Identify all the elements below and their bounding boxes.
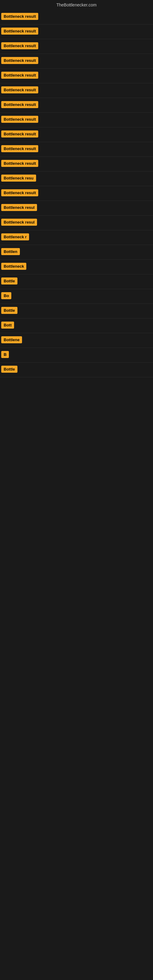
result-row-1: Bottleneck result xyxy=(0,10,153,24)
result-row-18: Bottleneck xyxy=(0,260,153,274)
bottleneck-badge-17[interactable]: Bottlen xyxy=(1,248,20,255)
result-row-3: Bottleneck result xyxy=(0,39,153,54)
result-row-23: Bottlene xyxy=(0,333,153,348)
bottleneck-badge-20[interactable]: Bo xyxy=(1,292,11,299)
result-row-17: Bottlen xyxy=(0,245,153,260)
result-row-8: Bottleneck result xyxy=(0,113,153,127)
bottleneck-badge-22[interactable]: Bott xyxy=(1,321,14,329)
bottleneck-badge-25[interactable]: Bottle xyxy=(1,366,18,373)
result-row-19: Bottle xyxy=(0,274,153,289)
result-row-13: Bottleneck result xyxy=(0,186,153,201)
bottleneck-badge-7[interactable]: Bottleneck result xyxy=(1,101,38,108)
bottleneck-badge-18[interactable]: Bottleneck xyxy=(1,263,26,270)
results-list: Bottleneck resultBottleneck resultBottle… xyxy=(0,10,153,377)
bottleneck-badge-16[interactable]: Bottleneck r xyxy=(1,233,29,240)
result-row-9: Bottleneck result xyxy=(0,127,153,142)
result-row-22: Bott xyxy=(0,318,153,333)
result-row-5: Bottleneck result xyxy=(0,68,153,83)
bottleneck-badge-8[interactable]: Bottleneck result xyxy=(1,116,38,123)
result-row-7: Bottleneck result xyxy=(0,98,153,113)
result-row-2: Bottleneck result xyxy=(0,24,153,39)
bottleneck-badge-15[interactable]: Bottleneck resul xyxy=(1,219,37,226)
bottleneck-badge-9[interactable]: Bottleneck result xyxy=(1,130,38,137)
site-title: TheBottlenecker.com xyxy=(0,0,153,10)
bottleneck-badge-12[interactable]: Bottleneck resu xyxy=(1,175,36,181)
bottleneck-badge-2[interactable]: Bottleneck result xyxy=(1,27,38,35)
bottleneck-badge-14[interactable]: Bottleneck resul xyxy=(1,204,37,211)
bottleneck-badge-1[interactable]: Bottleneck result xyxy=(1,13,38,20)
result-row-20: Bo xyxy=(0,289,153,304)
bottleneck-badge-3[interactable]: Bottleneck result xyxy=(1,42,38,49)
bottleneck-badge-24[interactable]: B xyxy=(1,351,9,358)
result-row-25: Bottle xyxy=(0,363,153,377)
result-row-16: Bottleneck r xyxy=(0,230,153,245)
bottleneck-badge-13[interactable]: Bottleneck result xyxy=(1,189,38,196)
result-row-15: Bottleneck resul xyxy=(0,216,153,230)
result-row-12: Bottleneck resu xyxy=(0,172,153,186)
result-row-10: Bottleneck result xyxy=(0,142,153,157)
bottleneck-badge-10[interactable]: Bottleneck result xyxy=(1,145,38,152)
bottleneck-badge-11[interactable]: Bottleneck result xyxy=(1,160,38,167)
bottleneck-badge-23[interactable]: Bottlene xyxy=(1,336,22,343)
bottleneck-badge-5[interactable]: Bottleneck result xyxy=(1,72,38,79)
result-row-14: Bottleneck resul xyxy=(0,201,153,216)
bottleneck-badge-4[interactable]: Bottleneck result xyxy=(1,57,38,64)
bottleneck-badge-6[interactable]: Bottleneck result xyxy=(1,86,38,94)
result-row-21: Bottle xyxy=(0,304,153,318)
result-row-24: B xyxy=(0,348,153,363)
bottleneck-badge-21[interactable]: Bottle xyxy=(1,307,18,314)
result-row-6: Bottleneck result xyxy=(0,83,153,98)
bottleneck-badge-19[interactable]: Bottle xyxy=(1,277,18,285)
result-row-11: Bottleneck result xyxy=(0,157,153,172)
result-row-4: Bottleneck result xyxy=(0,54,153,68)
